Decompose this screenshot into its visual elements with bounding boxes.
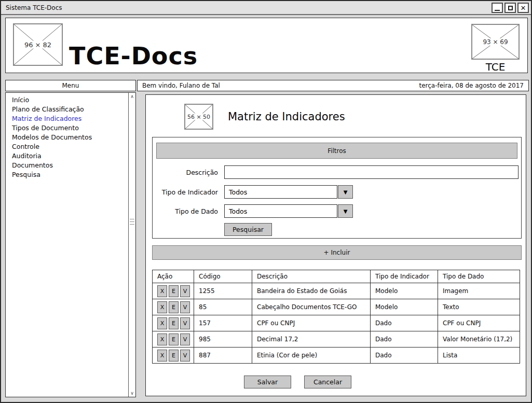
indicators-table: Ação Código Descrição Tipo de Indicador …	[152, 270, 520, 364]
col-header-codigo: Código	[194, 270, 252, 283]
table-row: X E V 985 Decimal 17,2 Dado Valor Monetá…	[153, 331, 520, 348]
cell-tipo-indicador: Modelo	[371, 299, 438, 315]
delete-button[interactable]: X	[157, 350, 167, 362]
view-button[interactable]: V	[180, 317, 190, 329]
menu-item-modelos-de-documentos[interactable]: Modelos de Documentos	[6, 133, 128, 142]
close-button[interactable]: ✕	[517, 3, 529, 13]
cell-tipo-dado: CPF ou CNPJ	[438, 315, 520, 331]
pesquisar-button[interactable]: Pesquisar	[224, 223, 272, 236]
sidebar-menu: Início Plano de Classificação Matriz de …	[5, 92, 136, 397]
col-header-acao: Ação	[153, 270, 194, 283]
tipo-dado-dropdown-button[interactable]: ▼	[338, 204, 353, 218]
descricao-input[interactable]	[224, 165, 519, 179]
scroll-up-icon[interactable]: ∧	[129, 94, 135, 99]
cell-tipo-indicador: Modelo	[371, 283, 438, 299]
cell-descricao: Etinia (Cor de pele)	[252, 348, 371, 364]
tce-placeholder-label: 93 × 69	[481, 38, 509, 46]
app-title: TCE-Docs	[69, 42, 198, 70]
table-row: X E V 887 Etinia (Cor de pele) Dado List…	[153, 348, 520, 364]
close-icon: ✕	[521, 5, 526, 11]
tipo-dado-row: Tipo de Dado Todos ▼	[153, 204, 353, 218]
menu-item-inicio[interactable]: Início	[6, 95, 128, 105]
cell-codigo: 157	[194, 315, 252, 331]
edit-button[interactable]: E	[169, 350, 179, 362]
delete-button[interactable]: X	[157, 301, 167, 313]
edit-button[interactable]: E	[169, 285, 179, 297]
tipo-indicador-row: Tipo de Indicador Todos ▼	[153, 185, 353, 199]
view-button[interactable]: V	[180, 350, 190, 362]
tce-caption: TCE	[471, 61, 520, 73]
welcome-bar: Bem vindo, Fulano de Tal terça-feira, 08…	[137, 80, 529, 91]
tipo-indicador-label: Tipo de Indicador	[153, 188, 218, 196]
cell-tipo-dado: Lista	[438, 348, 520, 364]
cancelar-button[interactable]: Cancelar	[304, 376, 351, 388]
window-controls: ✕	[492, 3, 529, 13]
cell-descricao: Cabeçalho Documentos TCE-GO	[252, 299, 371, 315]
minimize-icon	[495, 10, 500, 11]
delete-button[interactable]: X	[157, 333, 167, 345]
tipo-indicador-select[interactable]: Todos ▼	[224, 185, 353, 199]
table-header-row: Ação Código Descrição Tipo de Indicador …	[153, 270, 520, 283]
menu-item-tipos-de-documento[interactable]: Tipos de Documento	[6, 123, 128, 133]
cell-tipo-indicador: Dado	[371, 315, 438, 331]
logo-image-placeholder: 96 × 82	[13, 23, 63, 66]
minimize-button[interactable]	[492, 3, 503, 13]
incluir-button[interactable]: + Incluir	[152, 245, 522, 260]
tce-image-placeholder: 93 × 69	[471, 24, 520, 60]
descricao-label: Descrição	[153, 169, 218, 176]
cell-codigo: 985	[194, 331, 252, 348]
descricao-row: Descrição	[153, 165, 519, 179]
cell-tipo-indicador: Dado	[371, 348, 438, 364]
maximize-icon	[508, 6, 513, 10]
menu-item-auditoria[interactable]: Auditoria	[6, 151, 128, 161]
menu-items: Início Plano de Classificação Matriz de …	[6, 95, 128, 179]
maximize-button[interactable]	[504, 3, 516, 13]
table-row: X E V 157 CPF ou CNPJ Dado CPF ou CNPJ	[153, 315, 520, 331]
cell-descricao: Bandeira do Estado de Goiás	[252, 283, 371, 299]
cell-codigo: 1255	[194, 283, 252, 299]
chevron-down-icon: ▼	[344, 189, 348, 195]
edit-button[interactable]: E	[169, 301, 179, 313]
menu-item-plano-de-classificacao[interactable]: Plano de Classificação	[6, 105, 128, 114]
table-row: X E V 85 Cabeçalho Documentos TCE-GO Mod…	[153, 299, 520, 315]
col-header-tipo-indicador: Tipo de Indicador	[371, 270, 438, 283]
cell-tipo-indicador: Dado	[371, 331, 438, 348]
cell-codigo: 887	[194, 348, 252, 364]
edit-button[interactable]: E	[169, 317, 179, 329]
chevron-down-icon: ▼	[344, 209, 348, 214]
tipo-dado-select[interactable]: Todos ▼	[224, 204, 353, 218]
delete-button[interactable]: X	[157, 285, 167, 297]
filters-panel: Filtros Descrição Tipo de Indicador Todo…	[152, 137, 522, 239]
filters-title-bar: Filtros	[156, 143, 517, 159]
view-button[interactable]: V	[180, 301, 190, 313]
menu-item-controle[interactable]: Controle	[6, 142, 128, 151]
logo-placeholder-label: 96 × 82	[23, 41, 53, 49]
view-button[interactable]: V	[180, 333, 190, 345]
app-header: 96 × 82 TCE-Docs 93 × 69 TCE	[5, 18, 528, 73]
welcome-text: Bem vindo, Fulano de Tal	[142, 82, 220, 89]
tipo-indicador-dropdown-button[interactable]: ▼	[338, 185, 353, 199]
window-titlebar: Sistema TCE-Docs	[1, 1, 531, 15]
cell-tipo-dado: Imagem	[438, 283, 520, 299]
delete-button[interactable]: X	[157, 317, 167, 329]
view-button[interactable]: V	[180, 285, 190, 297]
menu-header: Menu	[5, 80, 136, 91]
scroll-down-icon[interactable]: ∨	[129, 391, 135, 396]
window-title: Sistema TCE-Docs	[1, 4, 62, 11]
menu-item-matriz-de-indicadores[interactable]: Matriz de Indicadores	[6, 114, 128, 123]
date-text: terça-feira, 08 de agosto de 2017	[419, 82, 524, 89]
tipo-indicador-value: Todos	[224, 185, 337, 199]
menu-scrollbar[interactable]: ∧ ∨	[128, 93, 135, 397]
salvar-button[interactable]: Salvar	[244, 376, 291, 388]
menu-item-pesquisa[interactable]: Pesquisa	[6, 170, 128, 179]
col-header-descricao: Descrição	[252, 270, 371, 283]
menu-item-documentos[interactable]: Documentos	[6, 161, 128, 170]
scrollbar-thumb[interactable]	[130, 219, 134, 227]
cell-descricao: Decimal 17,2	[252, 331, 371, 348]
cell-descricao: CPF ou CNPJ	[252, 315, 371, 331]
edit-button[interactable]: E	[169, 333, 179, 345]
app-window: Sistema TCE-Docs ✕ 96 × 82 TCE-Docs 93 ×…	[0, 0, 532, 403]
cell-tipo-dado: Valor Monetário (17,2)	[438, 331, 520, 348]
page-icon-label: 56 × 50	[186, 114, 211, 120]
tipo-dado-value: Todos	[224, 204, 337, 218]
